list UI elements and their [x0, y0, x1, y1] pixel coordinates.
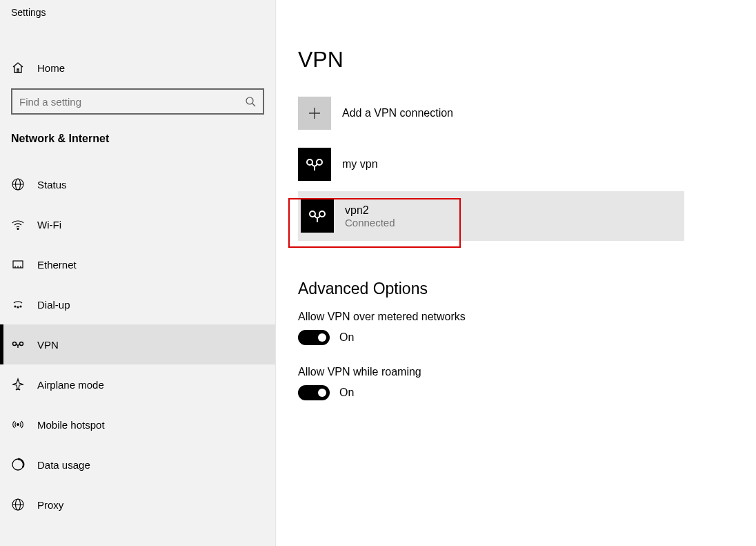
home-label: Home [37, 62, 65, 74]
dialup-icon [11, 298, 33, 311]
plus-icon [298, 97, 331, 130]
proxy-icon [11, 498, 33, 511]
option-label: Allow VPN while roaming [298, 366, 734, 378]
advanced-options-heading: Advanced Options [298, 280, 734, 298]
sidebar-item-hotspot[interactable]: Mobile hotspot [0, 404, 275, 445]
sidebar-item-label: Data usage [37, 459, 90, 471]
datausage-icon [11, 458, 33, 471]
add-vpn-label: Add a VPN connection [342, 107, 453, 119]
sidebar-nav-list: Status Wi-Fi Ethernet [0, 164, 275, 525]
svg-point-5 [14, 306, 16, 307]
option-metered: Allow VPN over metered networks On [298, 311, 734, 345]
home-icon [11, 61, 33, 75]
sidebar-item-airplane[interactable]: Airplane mode [0, 364, 275, 404]
toggle-state: On [339, 387, 354, 399]
status-icon [11, 177, 33, 191]
svg-point-0 [246, 97, 253, 104]
sidebar-section-title: Network & Internet [0, 115, 275, 152]
sidebar-item-ethernet[interactable]: Ethernet [0, 244, 275, 284]
sidebar-item-proxy[interactable]: Proxy [0, 485, 275, 525]
toggle-roaming[interactable] [298, 385, 330, 400]
hotspot-icon [11, 418, 33, 431]
vpn-connection-status: Connected [345, 217, 395, 228]
home-nav[interactable]: Home [0, 52, 275, 83]
sidebar-item-dialup[interactable]: Dial-up [0, 284, 275, 324]
search-icon [245, 96, 256, 107]
page-title: VPN [298, 47, 734, 72]
svg-point-10 [17, 424, 19, 426]
sidebar-item-datausage[interactable]: Data usage [0, 445, 275, 485]
vpn-connection-name: my vpn [342, 158, 378, 170]
svg-point-8 [13, 342, 17, 346]
vpn-connection-name: vpn2 [345, 204, 395, 217]
sidebar-item-label: Wi-Fi [37, 219, 61, 231]
search-container [11, 88, 264, 115]
ethernet-icon [11, 257, 33, 271]
sidebar-item-label: Mobile hotspot [37, 419, 105, 431]
svg-point-3 [17, 228, 19, 230]
sidebar-item-label: Airplane mode [37, 379, 104, 391]
sidebar-item-label: VPN [37, 339, 59, 351]
vpn-icon [11, 338, 33, 351]
airplane-icon [11, 378, 33, 391]
svg-point-9 [20, 342, 23, 346]
search-input[interactable] [11, 88, 264, 115]
sidebar-item-label: Status [37, 179, 67, 191]
svg-point-7 [20, 306, 21, 307]
sidebar-item-label: Proxy [37, 499, 63, 511]
sidebar-item-wifi[interactable]: Wi-Fi [0, 204, 275, 244]
vpn-connection-item[interactable]: my vpn [298, 147, 734, 182]
wifi-icon [11, 217, 33, 231]
sidebar-item-status[interactable]: Status [0, 164, 275, 204]
sidebar-item-label: Ethernet [37, 259, 77, 271]
add-vpn-button[interactable]: Add a VPN connection [298, 96, 734, 130]
sidebar-item-label: Dial-up [37, 299, 70, 311]
sidebar-item-vpn[interactable]: VPN [0, 324, 275, 364]
vpn-connection-icon [298, 148, 331, 181]
vpn-connection-item-selected[interactable]: vpn2 Connected [298, 191, 684, 241]
vpn-connection-icon [301, 199, 334, 233]
toggle-state: On [339, 331, 354, 344]
svg-point-6 [17, 306, 19, 308]
option-label: Allow VPN over metered networks [298, 311, 734, 323]
window-title: Settings [0, 0, 275, 23]
toggle-metered[interactable] [298, 330, 330, 345]
sidebar: Settings Home Network & Internet [0, 0, 276, 546]
main-panel: VPN Add a VPN connection my vpn [276, 0, 756, 546]
option-roaming: Allow VPN while roaming On [298, 366, 734, 400]
